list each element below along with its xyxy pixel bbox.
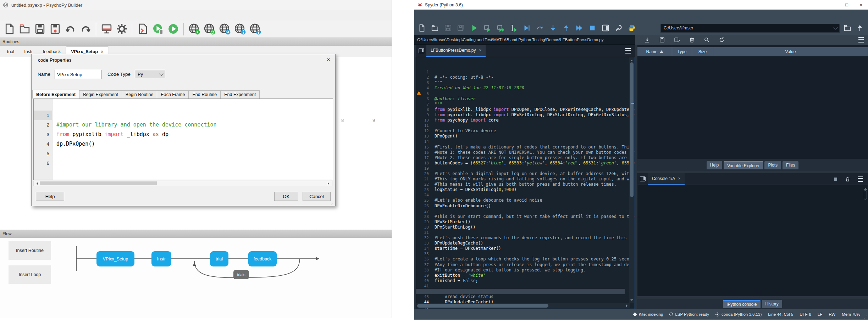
working-directory-input[interactable]: C:\Users\lfraser xyxy=(660,24,840,33)
globe-sync-icon[interactable] xyxy=(203,23,216,35)
close-console-icon[interactable] xyxy=(844,176,851,182)
scroll-right-icon[interactable] xyxy=(626,304,629,307)
phase-tab[interactable]: Begin Routine xyxy=(122,90,157,99)
pane-tab[interactable]: Variable Explorer xyxy=(724,161,763,169)
globe-info-icon[interactable] xyxy=(233,23,246,35)
import-data-icon[interactable] xyxy=(643,36,651,44)
editor-vscrollbar[interactable] xyxy=(629,57,634,303)
flow-routine-node[interactable]: VPixx_Setup xyxy=(96,251,134,266)
pane-tab[interactable]: Files xyxy=(783,161,798,169)
python-env-icon[interactable] xyxy=(627,23,636,33)
ok-button[interactable]: OK xyxy=(274,192,298,201)
save-all-icon[interactable] xyxy=(457,23,466,33)
phase-tab[interactable]: End Experiment xyxy=(220,90,260,99)
vscrollbar-thumb[interactable] xyxy=(630,62,634,197)
step-into-icon[interactable] xyxy=(548,23,558,33)
globe-run-icon[interactable] xyxy=(188,23,200,35)
browse-tabs-icon[interactable] xyxy=(640,176,646,181)
console-output[interactable] xyxy=(637,185,868,297)
run-selection-icon[interactable] xyxy=(509,23,518,33)
open-file-icon[interactable] xyxy=(18,23,31,35)
close-tab-icon[interactable]: × xyxy=(678,176,680,181)
phase-tab[interactable]: Before Experiment xyxy=(32,90,79,99)
step-return-icon[interactable] xyxy=(562,23,571,33)
table-column-header[interactable]: Size xyxy=(692,47,713,56)
close-button[interactable]: × xyxy=(854,0,868,10)
bottom-tab[interactable]: History xyxy=(762,300,782,308)
flow-routine-node[interactable]: trial xyxy=(210,251,228,266)
run-debug-icon[interactable] xyxy=(151,23,164,35)
close-tab-icon[interactable]: × xyxy=(101,49,104,54)
hscrollbar-thumb[interactable] xyxy=(417,304,548,308)
table-column-header[interactable]: Type xyxy=(672,47,692,56)
globe-info2-icon[interactable] xyxy=(249,23,261,35)
open-script-icon[interactable] xyxy=(430,23,439,33)
console-tab[interactable]: Console 1/A × xyxy=(648,173,685,185)
scroll-left-icon[interactable] xyxy=(35,182,38,185)
save-script-icon[interactable] xyxy=(443,23,453,33)
parent-directory-icon[interactable] xyxy=(855,23,864,33)
step-over-icon[interactable] xyxy=(535,23,544,33)
console-vscrollbar[interactable] xyxy=(863,186,867,203)
save-data-as-icon[interactable] xyxy=(673,36,680,44)
phase-tab[interactable]: End Routine xyxy=(188,90,221,99)
globe-search-icon[interactable] xyxy=(218,23,231,35)
pane-tab[interactable]: Help xyxy=(707,161,723,169)
continue-execution-icon[interactable] xyxy=(575,23,584,33)
undo-icon[interactable] xyxy=(64,23,77,35)
table-column-header[interactable]: Value xyxy=(713,47,868,56)
dialog-editor-hscrollbar[interactable] xyxy=(33,181,332,186)
cancel-button[interactable]: Cancel xyxy=(303,192,331,201)
browse-tabs-icon[interactable] xyxy=(419,48,424,53)
options-menu-icon[interactable] xyxy=(858,37,864,43)
loop-badge[interactable]: trials xyxy=(233,270,249,279)
name-input[interactable] xyxy=(55,70,101,79)
run-cell-icon[interactable] xyxy=(483,23,492,33)
scroll-right-icon[interactable] xyxy=(328,182,331,185)
dialog-close-icon[interactable]: × xyxy=(327,56,330,63)
save-as-icon[interactable] xyxy=(49,23,61,35)
phase-tab[interactable]: Begin Experiment xyxy=(79,90,122,99)
save-data-icon[interactable] xyxy=(658,36,665,44)
maximize-pane-icon[interactable] xyxy=(601,23,610,33)
resize-grip[interactable]: ⋰ xyxy=(864,315,867,319)
maximize-button[interactable]: □ xyxy=(840,0,854,10)
phase-tab[interactable]: Each Frame xyxy=(157,90,189,99)
hscrollbar-thumb[interactable] xyxy=(40,181,157,185)
run-file-icon[interactable] xyxy=(470,23,479,33)
redo-icon[interactable] xyxy=(79,23,92,35)
dialog-resize-grip[interactable]: ⋰ xyxy=(331,201,334,205)
minimize-button[interactable]: – xyxy=(825,0,840,10)
dialog-code-editor[interactable]: 1 #import our library and open the devic… xyxy=(33,99,333,180)
vscrollbar-thumb[interactable] xyxy=(864,190,867,199)
editor-options-icon[interactable] xyxy=(625,48,631,54)
flow-routine-node[interactable]: feedback xyxy=(248,251,277,266)
help-button[interactable]: Help xyxy=(36,192,64,201)
debug-file-icon[interactable] xyxy=(522,23,531,33)
scroll-down-icon[interactable] xyxy=(630,299,633,302)
stop-debug-icon[interactable] xyxy=(588,23,597,33)
editor-hscrollbar[interactable] xyxy=(416,303,630,308)
scroll-up-icon[interactable] xyxy=(630,58,633,61)
refresh-variables-icon[interactable] xyxy=(718,36,725,44)
code-editor[interactable]: 1 # -*- coding: utf-8 -*- 2 """ 3 Create… xyxy=(416,57,635,309)
scroll-up-icon[interactable] xyxy=(864,187,867,190)
monitor-settings-icon[interactable] xyxy=(100,23,113,35)
interrupt-kernel-icon[interactable] xyxy=(834,178,837,181)
tools-wrench-icon[interactable] xyxy=(614,23,623,33)
remove-variable-icon[interactable] xyxy=(688,36,695,44)
close-tab-icon[interactable]: × xyxy=(479,48,481,53)
console-options-icon[interactable] xyxy=(858,176,863,182)
table-column-header[interactable]: Name xyxy=(637,47,672,56)
editor-tab[interactable]: LFButtonPressDemo.py × xyxy=(426,45,486,57)
new-file-icon[interactable] xyxy=(3,23,16,35)
pane-tab[interactable]: Plots xyxy=(764,161,781,169)
code-type-select[interactable]: Py xyxy=(135,70,165,78)
search-variable-icon[interactable] xyxy=(703,36,710,44)
compile-script-icon[interactable] xyxy=(136,23,149,35)
run-experiment-icon[interactable] xyxy=(167,23,179,35)
routine-tab[interactable]: trial xyxy=(2,47,19,57)
run-cell-advance-icon[interactable] xyxy=(496,23,505,33)
save-icon[interactable] xyxy=(33,23,46,35)
browse-directory-icon[interactable] xyxy=(843,23,852,33)
